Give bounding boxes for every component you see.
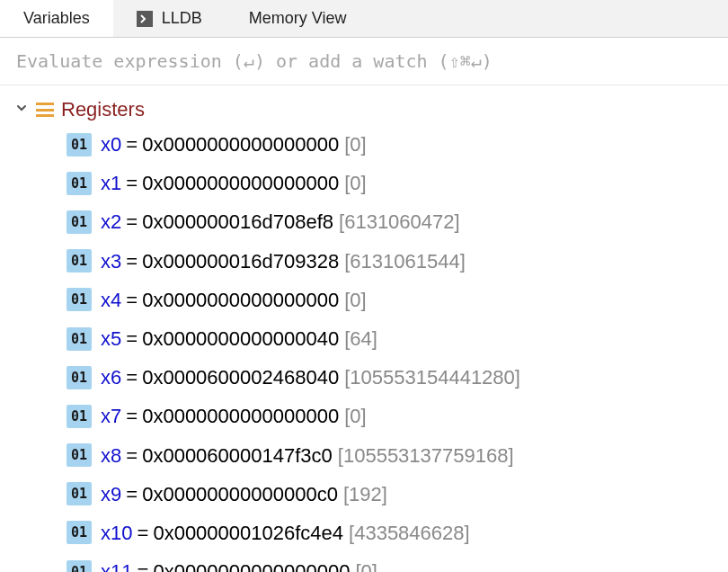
list-icon xyxy=(36,103,54,117)
register-name: x8 xyxy=(101,440,121,471)
register-hex-value: 0x00000000000000c0 xyxy=(142,478,338,510)
register-name: x0 xyxy=(101,129,121,160)
binary-badge-icon: 01 xyxy=(67,249,92,273)
register-name: x7 xyxy=(101,400,121,432)
register-row[interactable]: 01x0 = 0x0000000000000000[0] xyxy=(0,125,728,164)
register-name: x1 xyxy=(101,167,121,199)
register-row[interactable]: 01x3 = 0x000000016d709328[6131061544] xyxy=(0,242,728,281)
register-decimal-value: [105553154441280] xyxy=(344,362,520,393)
tab-variables[interactable]: Variables xyxy=(0,0,113,37)
register-decimal-value: [0] xyxy=(344,129,366,160)
register-name: x9 xyxy=(101,478,121,510)
register-decimal-value: [0] xyxy=(344,167,366,199)
equals-sign: = xyxy=(126,478,138,510)
binary-badge-icon: 01 xyxy=(67,443,92,467)
register-name: x5 xyxy=(101,323,121,354)
tab-lldb[interactable]: LLDB xyxy=(113,0,226,37)
register-name: x11 xyxy=(101,556,132,572)
register-hex-value: 0x0000000000000000 xyxy=(142,400,339,432)
debug-tabs: Variables LLDB Memory View xyxy=(0,0,728,38)
equals-sign: = xyxy=(126,129,138,160)
binary-badge-icon: 01 xyxy=(67,405,92,428)
register-row[interactable]: 01x8 = 0x000060000147f3c0[10555313775916… xyxy=(0,436,728,475)
tab-label: Memory View xyxy=(249,9,347,28)
register-row[interactable]: 01x7 = 0x0000000000000000[0] xyxy=(0,397,728,435)
register-decimal-value: [192] xyxy=(343,478,387,510)
console-icon xyxy=(137,11,153,27)
register-row[interactable]: 01x1 = 0x0000000000000000[0] xyxy=(0,164,728,202)
binary-badge-icon: 01 xyxy=(67,482,92,505)
register-decimal-value: [0] xyxy=(344,284,366,316)
register-decimal-value: [105553137759168] xyxy=(338,440,514,471)
expression-placeholder: Evaluate expression (↵) or add a watch (… xyxy=(16,50,493,72)
register-decimal-value: [6131060472] xyxy=(339,206,460,237)
equals-sign: = xyxy=(126,362,138,393)
variables-tree: Registers 01x0 = 0x0000000000000000[0]01… xyxy=(0,85,728,572)
tab-label: Variables xyxy=(23,9,90,28)
register-row[interactable]: 01x5 = 0x0000000000000040[64] xyxy=(0,319,728,358)
group-label: Registers xyxy=(61,98,145,121)
register-row[interactable]: 01x4 = 0x0000000000000000[0] xyxy=(0,281,728,319)
register-hex-value: 0x000000016d709328 xyxy=(142,246,339,277)
register-name: x3 xyxy=(101,246,121,277)
register-hex-value: 0x0000600002468040 xyxy=(142,362,339,393)
equals-sign: = xyxy=(126,323,138,354)
equals-sign: = xyxy=(126,284,138,316)
equals-sign: = xyxy=(126,246,138,277)
equals-sign: = xyxy=(126,440,138,471)
register-hex-value: 0x0000000000000000 xyxy=(142,284,339,316)
register-name: x2 xyxy=(101,206,121,237)
register-hex-value: 0x00000001026fc4e4 xyxy=(153,517,343,549)
registers-group-row[interactable]: Registers xyxy=(0,94,728,125)
register-hex-value: 0x0000000000000000 xyxy=(153,556,350,572)
equals-sign: = xyxy=(138,517,149,549)
register-row[interactable]: 01x11 = 0x0000000000000000[0] xyxy=(0,552,728,572)
binary-badge-icon: 01 xyxy=(67,366,92,389)
register-row[interactable]: 01x9 = 0x00000000000000c0[192] xyxy=(0,475,728,514)
binary-badge-icon: 01 xyxy=(67,172,92,195)
register-decimal-value: [0] xyxy=(344,400,366,432)
tab-memory-view[interactable]: Memory View xyxy=(226,0,370,37)
binary-badge-icon: 01 xyxy=(67,521,92,544)
equals-sign: = xyxy=(126,167,138,199)
register-hex-value: 0x000000016d708ef8 xyxy=(142,206,333,237)
equals-sign: = xyxy=(138,556,149,572)
register-name: x6 xyxy=(101,362,121,393)
register-decimal-value: [6131061544] xyxy=(344,246,466,277)
register-row[interactable]: 01x10 = 0x00000001026fc4e4[4335846628] xyxy=(0,514,728,552)
register-hex-value: 0x0000000000000000 xyxy=(142,167,339,199)
registers-list: 01x0 = 0x0000000000000000[0]01x1 = 0x000… xyxy=(0,125,728,572)
evaluate-expression-input[interactable]: Evaluate expression (↵) or add a watch (… xyxy=(0,38,728,85)
binary-badge-icon: 01 xyxy=(67,288,92,311)
register-decimal-value: [0] xyxy=(355,556,377,572)
binary-badge-icon: 01 xyxy=(67,210,92,234)
binary-badge-icon: 01 xyxy=(67,327,92,351)
register-hex-value: 0x0000000000000040 xyxy=(142,323,339,354)
binary-badge-icon: 01 xyxy=(67,560,92,572)
register-hex-value: 0x000060000147f3c0 xyxy=(142,440,333,471)
register-decimal-value: [4335846628] xyxy=(349,517,470,549)
register-name: x10 xyxy=(101,517,132,549)
tab-label: LLDB xyxy=(162,9,202,28)
chevron-down-icon[interactable] xyxy=(13,102,31,118)
binary-badge-icon: 01 xyxy=(67,133,92,156)
equals-sign: = xyxy=(126,400,138,432)
register-hex-value: 0x0000000000000000 xyxy=(142,129,339,160)
register-decimal-value: [64] xyxy=(344,323,377,354)
register-row[interactable]: 01x2 = 0x000000016d708ef8[6131060472] xyxy=(0,202,728,241)
register-name: x4 xyxy=(101,284,121,316)
equals-sign: = xyxy=(126,206,138,237)
register-row[interactable]: 01x6 = 0x0000600002468040[10555315444128… xyxy=(0,358,728,397)
